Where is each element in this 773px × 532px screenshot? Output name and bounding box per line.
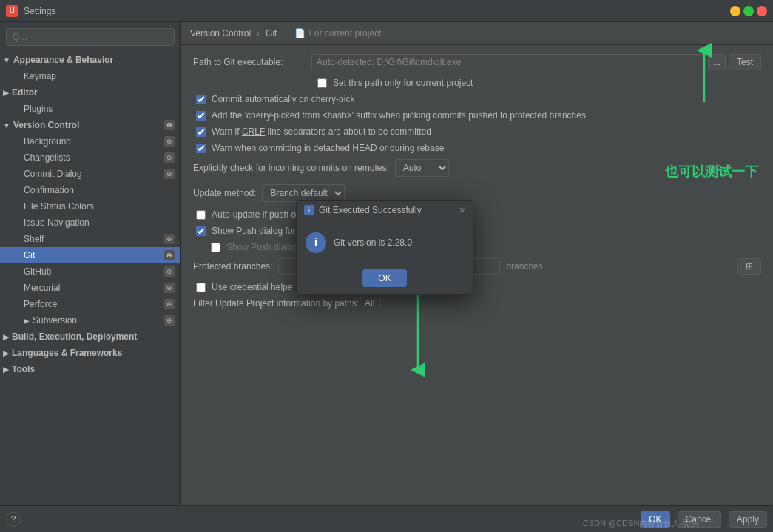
warn-detached-checkbox[interactable] (196, 144, 206, 153)
sidebar-item-label: Plugins (24, 104, 53, 114)
warn-crlf-row: Warn if CRLF line separators are about t… (193, 127, 761, 137)
bottom-actions: OK Cancel Apply (638, 511, 767, 528)
sidebar: ▼ Appearance & Behavior Keymap ▶ Editor … (0, 22, 181, 505)
sidebar-item-label: File Status Colors (24, 201, 94, 212)
add-suffix-row: Add the 'cherry-picked from <hash>' suff… (193, 110, 761, 121)
sidebar-item-shelf[interactable]: Shelf ⊕ (0, 231, 180, 247)
sidebar-item-label: Mercurial (24, 283, 60, 293)
warn-crlf-checkbox[interactable] (196, 127, 206, 137)
sidebar-item-plugins[interactable]: Plugins (0, 101, 180, 117)
branches-hint: branches (506, 261, 542, 272)
sidebar-item-perforce[interactable]: Perforce ⊕ (0, 296, 180, 312)
auto-update-section: Auto-update if push of the current branc… (193, 209, 761, 252)
dialog-app-icon: i (304, 205, 314, 215)
path-to-git-input[interactable] (311, 54, 705, 70)
minimize-button[interactable] (730, 6, 740, 16)
commit-cherry-pick-checkbox[interactable] (196, 95, 206, 104)
sidebar-item-label: Subversion (33, 315, 77, 326)
app-title: Settings (24, 6, 730, 16)
path-to-git-row: Path to Git executable: ... Test (193, 54, 761, 70)
dialog-close-button[interactable]: × (459, 205, 465, 215)
search-input[interactable] (13, 32, 168, 42)
breadcrumb-version-control: Version Control (190, 28, 251, 38)
expand-arrow-icon: ▼ (3, 121, 10, 129)
sidebar-item-label: Issue Navigation (24, 218, 90, 228)
sidebar-item-changelists[interactable]: Changelists ⊕ (0, 149, 180, 166)
use-credential-checkbox[interactable] (196, 283, 206, 292)
badge-icon: ⊕ (164, 152, 175, 163)
sidebar-item-git[interactable]: Git ⊕ (0, 247, 180, 263)
warn-detached-label: Warn when committing in detached HEAD or… (212, 143, 444, 153)
set-path-only-label: Set this path only for current project (333, 78, 473, 88)
sidebar-item-mercurial[interactable]: Mercurial ⊕ (0, 280, 180, 296)
breadcrumb-git: Git (266, 28, 277, 38)
update-method-label: Update method: (193, 188, 256, 198)
badge-icon: ⊕ (164, 283, 175, 293)
sidebar-item-label: Shelf (24, 234, 44, 244)
app-icon: U (6, 5, 18, 17)
sidebar-item-label: Build, Execution, Deployment (12, 331, 137, 342)
sidebar-item-label: Confirmation (24, 185, 74, 195)
project-icon: 📄 (294, 28, 306, 38)
sidebar-item-filestatuscolors[interactable]: File Status Colors (0, 198, 180, 215)
sidebar-item-github[interactable]: GitHub ⊕ (0, 263, 180, 280)
commit-cherry-pick-label: Commit automatically on cherry-pick (212, 94, 354, 104)
expand-arrow-icon: ▶ (3, 333, 9, 341)
close-window-button[interactable] (757, 6, 767, 16)
git-success-dialog: i Git Executed Successfully × i Git vers… (296, 200, 473, 295)
commit-cherry-pick-row: Commit automatically on cherry-pick (193, 94, 761, 104)
set-path-only-row: Set this path only for current project (193, 78, 761, 88)
apply-button[interactable]: Apply (729, 511, 767, 528)
show-push-checkbox[interactable] (196, 226, 206, 236)
add-suffix-label: Add the 'cherry-picked from <hash>' suff… (212, 110, 586, 121)
sidebar-item-background[interactable]: Background ⊕ (0, 133, 180, 149)
update-method-row: Update method: Branch default Merge Reba… (193, 184, 761, 202)
expand-arrow-icon: ▶ (24, 317, 30, 325)
credential-row: Use credential helpe (193, 282, 761, 292)
sidebar-item-label: Commit Dialog (24, 169, 82, 179)
window-controls (730, 6, 767, 16)
sidebar-item-label: Keymap (24, 71, 56, 81)
show-push2-checkbox[interactable] (211, 243, 220, 252)
filter-update-row: Filter Update Project information by pat… (193, 298, 761, 309)
sidebar-item-subversion[interactable]: ▶ Subversion ⊕ (0, 312, 180, 329)
expand-button[interactable]: ⊞ (737, 258, 761, 275)
bottom-bar: ? OK Cancel Apply (0, 505, 773, 532)
sidebar-item-versioncontrol[interactable]: ▼ Version Control ⊕ (0, 117, 180, 133)
sidebar-item-appearance[interactable]: ▼ Appearance & Behavior (0, 52, 180, 68)
show-push-row: Show Push dialog for (193, 226, 761, 236)
sidebar-item-commitdialog[interactable]: Commit Dialog ⊕ (0, 166, 180, 182)
search-box[interactable] (6, 28, 175, 46)
title-bar: U Settings (0, 0, 773, 22)
browse-button[interactable]: ... (708, 54, 726, 70)
badge-icon: ⊕ (164, 266, 175, 277)
sidebar-item-confirmation[interactable]: Confirmation (0, 182, 180, 198)
dialog-ok-button[interactable]: OK (362, 269, 406, 287)
sidebar-item-issuenavigation[interactable]: Issue Navigation (0, 215, 180, 231)
badge-icon: ⊕ (164, 250, 175, 260)
cancel-button[interactable]: Cancel (678, 511, 721, 528)
dialog-title: Git Executed Successfully (319, 205, 459, 215)
test-button[interactable]: Test (729, 54, 761, 70)
for-project-label: For current project (308, 28, 381, 38)
expand-arrow-icon: ▶ (3, 349, 9, 357)
help-button[interactable]: ? (6, 512, 21, 527)
info-icon: i (306, 232, 326, 253)
sidebar-item-keymap[interactable]: Keymap (0, 68, 180, 84)
filter-update-label: Filter Update Project information by pat… (193, 298, 359, 309)
add-suffix-checkbox[interactable] (196, 111, 206, 121)
set-path-only-checkbox[interactable] (317, 78, 327, 88)
sidebar-item-editor[interactable]: ▶ Editor (0, 84, 180, 101)
for-project: 📄 For current project (294, 28, 381, 38)
explicitly-check-select[interactable]: Auto Always Never (395, 159, 449, 177)
sidebar-item-languages[interactable]: ▶ Languages & Frameworks (0, 345, 180, 361)
badge-icon: ⊕ (164, 299, 175, 309)
sidebar-item-label: Perforce (24, 299, 57, 309)
sidebar-item-tools[interactable]: ▶ Tools (0, 361, 180, 377)
ok-button[interactable]: OK (641, 511, 669, 528)
sidebar-item-label: Git (24, 250, 35, 260)
sidebar-item-build[interactable]: ▶ Build, Execution, Deployment (0, 329, 180, 345)
maximize-button[interactable] (743, 6, 754, 16)
dialog-title-bar: i Git Executed Successfully × (297, 201, 473, 220)
auto-update-checkbox[interactable] (196, 210, 206, 220)
